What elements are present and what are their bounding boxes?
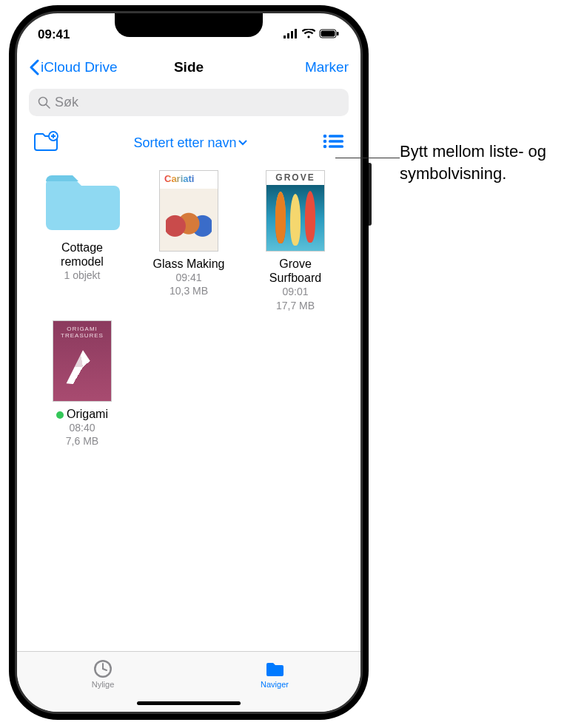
search-input[interactable]: Søk (29, 89, 349, 116)
file-item-document[interactable]: Origami 08:40 7,6 MB (30, 320, 134, 448)
svg-point-12 (323, 135, 327, 138)
svg-rect-2 (291, 31, 293, 38)
item-time: 09:41 (175, 271, 201, 284)
item-name: Cottageremodel (61, 240, 104, 269)
volume-down-button[interactable] (9, 215, 13, 259)
item-size: 7,6 MB (66, 434, 98, 448)
callout-leader-line (335, 158, 400, 158)
svg-rect-6 (337, 32, 339, 36)
status-time: 09:41 (38, 27, 70, 42)
power-button[interactable] (367, 163, 372, 226)
home-indicator[interactable] (137, 701, 241, 705)
new-folder-button[interactable] (33, 131, 58, 155)
file-item-folder[interactable]: Cottageremodel 1 objekt (30, 169, 134, 312)
item-time: 09:01 (282, 285, 308, 298)
sort-button[interactable]: Sortert etter navn (133, 135, 246, 151)
svg-rect-0 (284, 36, 286, 38)
item-size: 17,7 MB (276, 299, 315, 312)
svg-point-7 (39, 98, 47, 106)
chevron-left-icon (29, 59, 39, 75)
search-icon (38, 96, 50, 109)
document-thumbnail (261, 169, 330, 252)
search-placeholder: Søk (55, 95, 78, 110)
toolbar: Sortert etter navn (17, 122, 360, 162)
svg-rect-3 (295, 29, 297, 38)
notch (115, 13, 263, 37)
item-name: GroveSurfboard (269, 257, 321, 285)
tab-label: Nylige (92, 680, 115, 689)
svg-rect-17 (329, 145, 343, 147)
file-item-document[interactable]: GroveSurfboard 09:01 17,7 MB (244, 169, 347, 312)
chevron-down-icon (238, 140, 247, 146)
clock-icon (92, 658, 114, 680)
item-meta: 1 objekt (64, 269, 100, 282)
sync-status-dot (56, 411, 64, 419)
file-item-document[interactable]: Glass Making 09:41 10,3 MB (137, 169, 241, 312)
svg-point-14 (323, 140, 327, 144)
item-size: 10,3 MB (170, 284, 208, 297)
files-grid: Cottageremodel 1 objekt Glass Making 09:… (17, 162, 360, 455)
item-name: Origami (56, 407, 108, 421)
folder-icon (41, 169, 123, 236)
wifi-icon (302, 27, 315, 42)
page-title: Side (174, 59, 204, 75)
back-button[interactable]: iCloud Drive (29, 59, 117, 75)
svg-rect-5 (321, 31, 335, 37)
svg-line-8 (47, 105, 50, 109)
item-name: Glass Making (153, 257, 225, 271)
view-toggle-button[interactable] (322, 133, 344, 152)
back-label: iCloud Drive (41, 59, 117, 75)
nav-bar: iCloud Drive Side Marker (17, 49, 360, 86)
tab-label: Naviger (261, 680, 289, 689)
sort-label: Sortert etter navn (133, 135, 236, 151)
callout-text: Bytt mellom liste- og symbolvisning. (400, 141, 555, 184)
svg-rect-1 (287, 33, 289, 38)
svg-rect-13 (329, 135, 343, 137)
phone-frame: 09:41 iCloud Drive Side Marker Søk (15, 11, 363, 714)
document-thumbnail (47, 320, 117, 402)
folder-icon (264, 658, 286, 680)
volume-up-button[interactable] (9, 159, 13, 203)
select-button[interactable]: Marker (305, 59, 349, 75)
document-thumbnail (154, 169, 224, 252)
cellular-icon (284, 27, 298, 42)
battery-icon (319, 27, 340, 42)
item-time: 08:40 (69, 421, 95, 434)
mute-switch[interactable] (9, 115, 13, 141)
svg-point-16 (323, 145, 327, 149)
svg-rect-15 (329, 140, 343, 142)
